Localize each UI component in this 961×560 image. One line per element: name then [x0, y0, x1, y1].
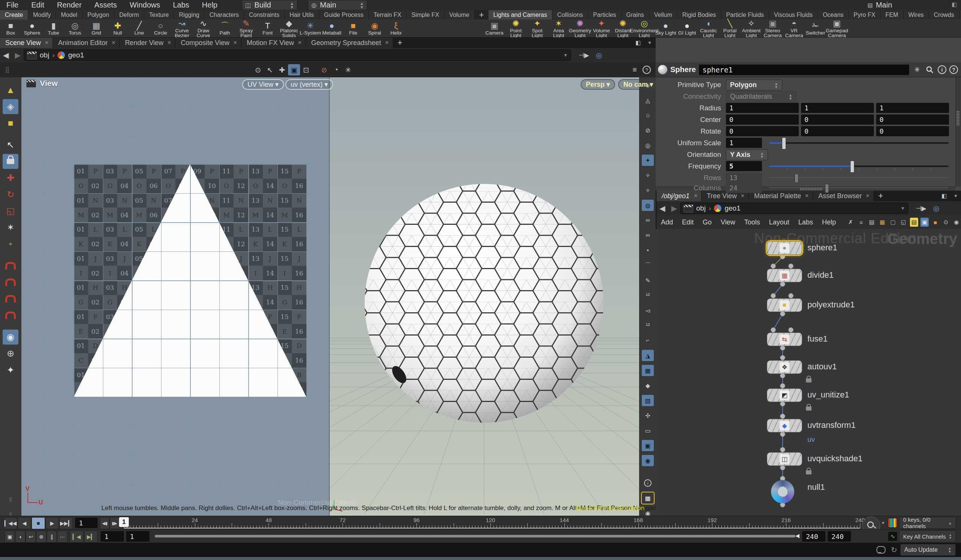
fan-icon[interactable]: ✣ [642, 410, 654, 421]
shelf-tool-portal-light[interactable]: ╲Portal Light [719, 19, 741, 38]
tab-scene-view[interactable]: Scene View✕ [0, 37, 53, 48]
net-menu-labs[interactable]: Labs [794, 218, 818, 226]
param-combo-primitive-type[interactable]: Polygon▲▼ [726, 80, 782, 90]
box-zoom-tool[interactable]: ⊡ [300, 64, 312, 75]
parameter-scrollbar[interactable] [955, 77, 961, 186]
projection-tool-icon[interactable]: ⊕ [3, 346, 18, 361]
shelf-tool-curve-bezier[interactable]: ↝Curve Bezier [171, 19, 193, 38]
shelf-tool-box[interactable]: ■Box [0, 21, 21, 35]
param-slider-handle[interactable] [850, 160, 854, 173]
param-field-center-0[interactable]: 0 [726, 114, 799, 125]
radar-icon[interactable]: ◎ [592, 51, 606, 60]
net-image-icon[interactable]: ▣ [921, 218, 929, 227]
breadcrumb[interactable]: obj›geo1▼ [680, 203, 908, 214]
param-combo-orientation[interactable]: Y Axis▲▼ [726, 149, 768, 160]
stop-button[interactable]: ■ [32, 517, 45, 529]
rotate-tool-icon[interactable]: ↻ [3, 187, 18, 202]
shelf-tool-null[interactable]: ✚Null [107, 21, 129, 35]
glasses-slash-icon[interactable]: ∞ [642, 230, 654, 241]
breadcrumb-node[interactable]: geo1 [68, 51, 84, 59]
breadcrumb-root[interactable]: obj [696, 204, 705, 212]
point-marker-icon[interactable]: • [642, 245, 654, 256]
snap-point-magnet-icon[interactable] [3, 291, 18, 306]
param-slider-track[interactable] [769, 142, 949, 144]
record-icon[interactable]: ⊕ [36, 531, 47, 543]
node-label-uvquickshade1[interactable]: uvquickshade1 [807, 454, 863, 464]
shelf-tool-vr-camera[interactable]: ◓VR Camera [783, 19, 805, 38]
snap-curve-magnet-icon[interactable] [3, 275, 18, 290]
menu-windows[interactable]: Windows [123, 0, 166, 10]
shelf-tool-torus[interactable]: ◎Torus [64, 21, 86, 35]
node-label-fuse1[interactable]: fuse1 [807, 334, 828, 344]
net-note-icon[interactable]: ▤ [910, 218, 918, 227]
select-arrow-tool[interactable]: ↖ [264, 64, 276, 75]
tab-composite-view[interactable]: Composite View✕ [175, 37, 241, 48]
shelf-tool-path[interactable]: ⌒Path [214, 21, 235, 35]
shelf-tab-volume[interactable]: Volume [444, 10, 474, 19]
pane-menu-icon[interactable]: ▼ [950, 193, 961, 199]
global-start-field[interactable]: 1 [101, 531, 124, 542]
network-node-null1[interactable] [771, 480, 794, 503]
shelf-tab-pyro-fx[interactable]: Pyro FX [849, 10, 881, 19]
menu-help[interactable]: Help [196, 0, 224, 10]
undo-icon[interactable]: ↩ [26, 531, 36, 543]
shelf-tab-fem[interactable]: FEM [881, 10, 903, 19]
prim-marker-icon[interactable]: ◅ [642, 305, 654, 316]
camera-tool-icon[interactable]: ◉ [3, 329, 18, 345]
shelf-tool-circle[interactable]: ○Circle [150, 21, 171, 35]
node-label-uv_unitize1[interactable]: uv_unitize1 [807, 390, 849, 400]
uv-attribute-pill[interactable]: uv (vertex) ▾ [285, 79, 333, 90]
shelf-tab-particle-fluids[interactable]: Particle Fluids [722, 10, 769, 19]
search-icon[interactable] [925, 65, 935, 75]
shelf-tool-geometry-light[interactable]: ✺Geometry Light [569, 19, 591, 38]
snap-stopwatch-icon[interactable]: ◔ [330, 64, 342, 75]
shelf-tool-sky-light[interactable]: ●Sky Light [655, 21, 677, 35]
network-node-divide1[interactable]: ▦ [767, 269, 802, 282]
shelf-tab-particles[interactable]: Particles [588, 10, 621, 19]
shelf-tab-lights-and-cameras[interactable]: Lights and Cameras [489, 10, 553, 19]
close-tab-icon[interactable]: ✕ [167, 37, 171, 48]
jump-end-button[interactable]: ▶▶▎ [59, 517, 73, 529]
shelf-tab-grains[interactable]: Grains [622, 10, 649, 19]
shelf-tool-sphere[interactable]: ●Sphere [21, 21, 43, 35]
camera-pill[interactable]: No cam ▾ [618, 79, 658, 90]
bulb-small-icon[interactable]: ✧ [642, 170, 654, 181]
param-field-center-2[interactable]: 0 [876, 114, 949, 125]
shelf-tool-tube[interactable]: ▮Tube [43, 21, 64, 35]
node-name-field[interactable]: sphere1 [699, 64, 909, 75]
info-icon[interactable]: i [938, 65, 947, 74]
pane-split-icon[interactable]: ◧ [632, 39, 644, 46]
shelf-tab-modify[interactable]: Modify [28, 10, 56, 19]
net-windows-icon[interactable]: ◱ [899, 218, 908, 227]
step-back-button[interactable]: ◀ [18, 517, 31, 529]
net-tree-icon[interactable]: ≡ [857, 218, 865, 227]
shelf-tool-ambient-light[interactable]: ✧Ambient Light [741, 19, 762, 38]
grid-quad-icon[interactable]: ▦ [642, 493, 654, 504]
net-list-icon[interactable]: ▤ [868, 218, 876, 227]
param-field-rotate-2[interactable]: 0 [876, 126, 949, 136]
add-pane-tab-button[interactable]: + [393, 37, 407, 48]
net-menu-tools[interactable]: Tools [740, 218, 765, 226]
shelf-tool-volume-light[interactable]: ✦Volume Light [591, 19, 612, 38]
keyframe-dots-icon[interactable]: ⋯ [57, 531, 67, 543]
shelf-tool-switcher[interactable]: ✁Switcher [805, 21, 826, 35]
net-palette-icon[interactable]: ▦ [878, 218, 886, 227]
pane-handle-a-icon[interactable]: ⣿ [3, 492, 18, 507]
point-numbers-icon[interactable]: ¹² [642, 290, 654, 301]
location-pin-icon[interactable]: ◉ [642, 455, 654, 466]
menu-labs[interactable]: Labs [166, 0, 195, 10]
net-menu-help[interactable]: Help [818, 218, 840, 226]
shelf-tool-stereo-camera[interactable]: ▣Stereo Camera [762, 19, 783, 38]
viewport-help-icon[interactable]: ? [641, 64, 653, 75]
persp-pill[interactable]: Persp ▾ [580, 79, 615, 90]
key-dropdown-icon[interactable]: ▼ [881, 521, 885, 525]
param-field-radius-1[interactable]: 1 [801, 103, 874, 113]
shelf-tab-collisions[interactable]: Collisions [553, 10, 588, 19]
shelf-tool-environment-light[interactable]: ◎Environment Light [633, 19, 655, 38]
select-geometry-icon[interactable]: ■ [3, 116, 18, 131]
playback-start-field[interactable]: 1 [126, 531, 149, 542]
disable-toggle[interactable]: ⊘ [318, 64, 330, 75]
scale-tool-icon[interactable]: ◱ [3, 204, 18, 218]
close-tab-icon[interactable]: ✕ [805, 191, 809, 201]
texture-checker-icon[interactable]: ▦ [642, 365, 654, 376]
